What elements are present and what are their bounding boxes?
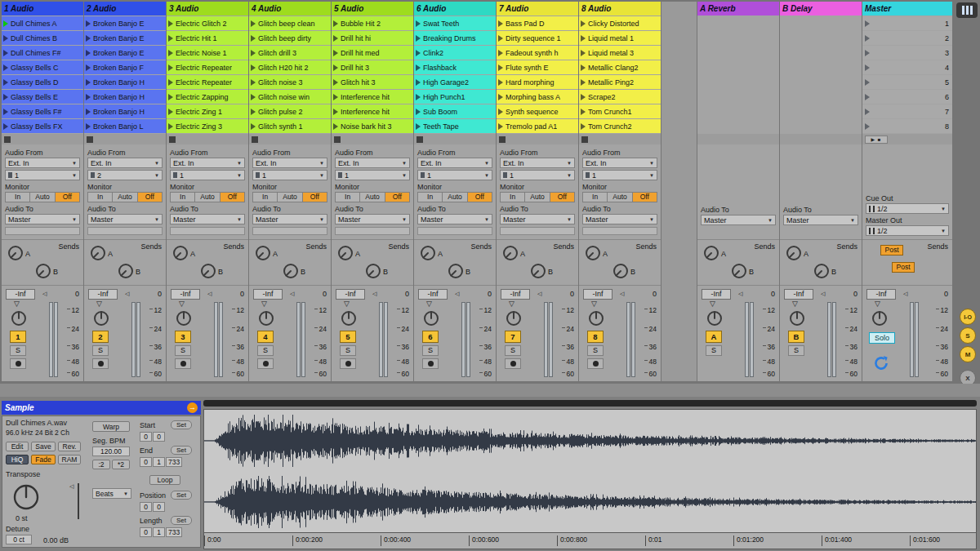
clip-slot[interactable]: Broken Banjo H <box>84 75 166 89</box>
clip-slot[interactable]: Broken Banjo F <box>84 60 166 74</box>
monitor-in-button[interactable]: In <box>417 192 443 202</box>
clip-slot[interactable]: Glitch synth 1 <box>249 119 331 133</box>
monitor-in-button[interactable]: In <box>87 192 113 202</box>
mixer-section-toggle-m[interactable]: M <box>960 346 976 362</box>
transpose-knob[interactable] <box>11 482 42 513</box>
time-field[interactable]: 733 <box>166 527 182 537</box>
clip-play-icon[interactable] <box>86 50 91 56</box>
time-field[interactable]: 0 <box>140 432 152 442</box>
track-activator-button[interactable]: 8 <box>587 331 604 343</box>
monitor-off-button[interactable]: Off <box>385 192 410 202</box>
volume-display[interactable]: -Inf <box>784 289 813 300</box>
send-a-knob[interactable]: A <box>419 244 437 262</box>
clip-slot[interactable]: Liquid metal 3 <box>579 46 661 60</box>
output-dropdown[interactable]: Master▼ <box>783 215 858 225</box>
pan-knob[interactable] <box>587 309 605 327</box>
track-activator-button[interactable]: 2 <box>92 331 109 343</box>
track-activator-button[interactable]: A <box>706 331 722 343</box>
output-dropdown[interactable]: Master▼ <box>170 214 245 224</box>
clip-slot[interactable]: Electric Repeater <box>167 60 248 74</box>
clip-play-icon[interactable] <box>168 50 173 56</box>
preview-cue-icon[interactable] <box>872 354 890 372</box>
time-field[interactable]: 0 <box>153 432 165 442</box>
time-field[interactable]: 1 <box>153 457 165 467</box>
clip-slot[interactable]: Glassy Bells E <box>2 90 83 104</box>
clip-play-icon[interactable] <box>498 94 503 100</box>
clip-play-icon[interactable] <box>3 79 8 86</box>
clip-slot[interactable]: Fadeout synth h <box>497 46 578 60</box>
clip-play-icon[interactable] <box>333 94 338 100</box>
clip-play-icon[interactable] <box>251 94 256 100</box>
clip-play-icon[interactable] <box>168 79 173 86</box>
clip-play-icon[interactable] <box>498 109 503 115</box>
track-header[interactable]: 3 Audio <box>167 2 248 16</box>
send-b-knob[interactable]: B <box>199 262 217 280</box>
monitor-auto-button[interactable]: Auto <box>30 192 55 202</box>
edit-button[interactable]: Edit <box>6 442 29 451</box>
monitor-auto-button[interactable]: Auto <box>608 192 632 202</box>
fader-handle-icon[interactable]: ▽ <box>792 300 798 308</box>
clip-play-icon[interactable] <box>86 109 91 115</box>
clip-play-icon[interactable] <box>581 109 586 115</box>
position-set-button[interactable]: Set <box>171 491 192 500</box>
clip-stop-button[interactable] <box>252 136 258 143</box>
monitor-in-button[interactable]: In <box>170 192 195 202</box>
clip-play-icon[interactable] <box>3 35 8 42</box>
input-channel-dropdown[interactable]: 1▼ <box>335 170 410 180</box>
scene-slot[interactable]: 4 <box>862 60 952 74</box>
clip-slot[interactable]: Glitch pulse 2 <box>249 104 331 118</box>
monitor-auto-button[interactable]: Auto <box>443 192 467 202</box>
hiq-toggle[interactable]: HiQ <box>6 455 29 464</box>
pan-knob[interactable] <box>340 309 358 327</box>
fader-handle-icon[interactable]: ▽ <box>710 300 715 308</box>
monitor-auto-button[interactable]: Auto <box>278 192 302 202</box>
pan-knob[interactable] <box>788 309 806 327</box>
clip-play-icon[interactable] <box>581 123 586 130</box>
monitor-off-button[interactable]: Off <box>303 192 327 202</box>
clip-play-icon[interactable] <box>333 64 338 71</box>
clip-slot[interactable]: Electric Hit 1 <box>167 31 248 45</box>
clip-slot[interactable]: Dull Chimes F# <box>2 46 83 60</box>
scene-play-icon[interactable] <box>865 35 870 42</box>
monitor-off-button[interactable]: Off <box>138 192 163 202</box>
arm-button[interactable] <box>505 358 521 369</box>
clip-play-icon[interactable] <box>251 79 256 86</box>
gain-slider-marker[interactable]: ◁ <box>69 483 74 490</box>
clip-slot[interactable]: Hard morphing <box>497 75 578 89</box>
clip-slot[interactable]: Broken Banjo L <box>84 119 166 133</box>
input-type-dropdown[interactable]: Ext. In▼ <box>582 158 657 168</box>
clip-slot[interactable]: Teeth Tape <box>414 119 496 133</box>
solo-button[interactable]: S <box>257 345 274 356</box>
clip-slot[interactable]: Sub Boom <box>414 104 496 118</box>
volume-display[interactable]: -Inf <box>418 289 448 300</box>
cue-out-dropdown[interactable]: 1/2▼ <box>866 203 949 214</box>
clip-slot[interactable]: Electric Repeater <box>167 75 248 89</box>
track-activator-button[interactable]: 5 <box>340 331 356 343</box>
stop-all-clips-button[interactable]: ▶ ■ <box>865 136 888 144</box>
clip-play-icon[interactable] <box>86 79 91 86</box>
scene-play-icon[interactable] <box>865 50 870 56</box>
monitor-in-button[interactable]: In <box>335 192 360 202</box>
clip-play-icon[interactable] <box>251 35 256 42</box>
send-a-post-button[interactable]: Post <box>880 245 903 256</box>
fade-toggle[interactable]: Fade <box>31 455 56 464</box>
clip-stop-button[interactable] <box>416 136 423 143</box>
clip-play-icon[interactable] <box>416 123 421 130</box>
clip-play-icon[interactable] <box>3 94 8 100</box>
pan-knob[interactable] <box>871 309 889 327</box>
fader-handle-icon[interactable]: ▽ <box>426 300 432 308</box>
clip-play-icon[interactable] <box>168 64 173 71</box>
clip-slot[interactable]: Broken Banjo E <box>84 16 166 30</box>
monitor-in-button[interactable]: In <box>500 192 525 202</box>
clip-slot[interactable]: Dull Chimes A <box>2 16 83 30</box>
end-set-button[interactable]: Set <box>171 446 192 455</box>
scene-play-icon[interactable] <box>865 64 870 71</box>
clip-slot[interactable]: Broken Banjo H <box>84 104 166 118</box>
monitor-off-button[interactable]: Off <box>550 192 575 202</box>
volume-display[interactable]: -Inf <box>253 289 283 300</box>
send-a-knob[interactable]: A <box>785 244 803 262</box>
clip-slot[interactable]: Glassy Bells F# <box>2 104 83 118</box>
clip-play-icon[interactable] <box>86 123 91 130</box>
volume-display[interactable]: -Inf <box>336 289 365 300</box>
input-type-dropdown[interactable]: Ext. In▼ <box>417 158 492 168</box>
